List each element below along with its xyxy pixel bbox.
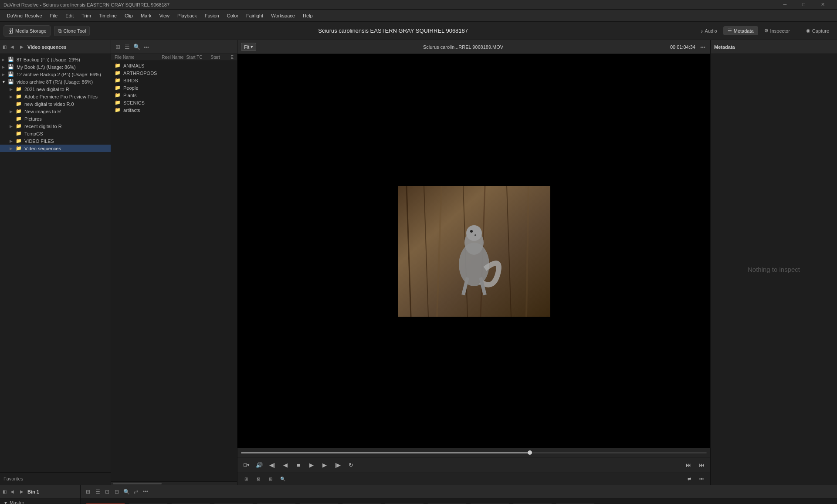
clips-grid-btn[interactable]: ⊞ <box>84 488 92 496</box>
clips-filter-btn[interactable]: ⊟ <box>113 488 121 496</box>
stop-btn[interactable]: ■ <box>293 460 304 470</box>
tree-item-folder-digital[interactable]: 📁 new digital to video R.0 <box>0 100 111 108</box>
tree-item-folder-2021[interactable]: ▶ 📁 2021 new digital to R <box>0 85 111 93</box>
clips-zoom-btn[interactable]: 🔍 <box>122 488 130 496</box>
tree-item-folder-temp[interactable]: 📁 TempGS <box>0 130 111 137</box>
volume-btn[interactable]: 🔊 <box>254 460 264 470</box>
close-btn[interactable]: ✕ <box>821 2 825 7</box>
fit-button[interactable]: Fit ▾ <box>241 43 256 51</box>
tree-item-folder-sequences[interactable]: ▶ 📁 Video sequences <box>0 145 111 152</box>
tree-item-hdd3[interactable]: ▶ 💾 12 archive Backup 2 (P:\) (Usage: 66… <box>0 71 111 78</box>
zoom-options-btn[interactable]: ⊞ <box>265 474 276 484</box>
bins-toggle-icon[interactable]: ◧ <box>3 489 7 494</box>
grid-view-btn[interactable]: ⊞ <box>114 43 122 51</box>
file-item-plants[interactable]: 📁 Plants <box>111 91 237 99</box>
go-to-end-btn[interactable]: ⏭ <box>683 460 694 470</box>
preview-filename: Sciurus carolin...RREL 9068189.MOV <box>260 44 667 50</box>
preview-video <box>237 54 710 448</box>
inspector-tab[interactable]: ⚙ Inspector <box>760 26 794 35</box>
scrollbar-thumb[interactable] <box>113 483 162 484</box>
file-item-artifacts[interactable]: 📁 artifacts <box>111 106 237 114</box>
more-btn[interactable]: ••• <box>142 43 150 51</box>
media-storage-icon: 🗄 <box>7 27 14 34</box>
file-item-arthropods[interactable]: 📁 ARTHROPODS <box>111 69 237 77</box>
file-item-scenics[interactable]: 📁 SCENICS <box>111 99 237 106</box>
tree-arrow: ▶ <box>2 58 8 62</box>
file-item-animals[interactable]: 📁 ANIMALS <box>111 62 237 69</box>
tree-item-folder-recent[interactable]: ▶ 📁 recent digital to R <box>0 122 111 130</box>
menu-mark[interactable]: Mark <box>137 12 155 20</box>
menu-file[interactable]: File <box>47 12 61 20</box>
loop-btn[interactable]: ↻ <box>346 460 356 470</box>
magnify-btn[interactable]: 🔍 <box>278 474 288 484</box>
tree-arrow: ▶ <box>10 95 16 99</box>
clips-more-btn[interactable]: ••• <box>142 488 149 496</box>
master-group[interactable]: ▼ Master <box>0 498 80 504</box>
menu-edit[interactable]: Edit <box>62 12 77 20</box>
tree-item-folder-pictures[interactable]: 📁 Pictures <box>0 115 111 122</box>
menu-color[interactable]: Color <box>224 12 242 20</box>
preview-more-btn[interactable]: ••• <box>699 43 707 51</box>
audio-tab[interactable]: ♪ Audio <box>696 27 722 35</box>
menu-timeline[interactable]: Timeline <box>95 12 120 20</box>
next-mark-btn[interactable]: |▶ <box>332 460 343 470</box>
bins-forward-btn[interactable]: ▶ <box>18 488 26 496</box>
menu-fairlight[interactable]: Fairlight <box>243 12 267 20</box>
search-btn[interactable]: 🔍 <box>133 43 141 51</box>
clip-options-btn[interactable]: ⊞ <box>241 474 251 484</box>
folder-icon: 📁 <box>115 85 121 91</box>
viewer-options-btn[interactable]: ⊡▾ <box>241 460 251 470</box>
tree-item-folder-images[interactable]: ▶ 📁 New images to R <box>0 108 111 115</box>
clone-tool-label: Clone Tool <box>64 28 86 34</box>
match-frame-btn[interactable]: ⇄ <box>684 474 695 484</box>
bins-back-btn[interactable]: ◀ <box>8 488 16 496</box>
menu-help[interactable]: Help <box>299 12 316 20</box>
preview-scrubber[interactable] <box>237 448 710 457</box>
folder-icon: 📁 <box>16 86 23 92</box>
file-scrollbar[interactable] <box>111 481 237 485</box>
menu-trim[interactable]: Trim <box>78 12 95 20</box>
col-start: Start <box>211 55 229 60</box>
capture-icon: ◉ <box>806 28 810 34</box>
panel-toggle-icon[interactable]: ◧ <box>3 44 7 49</box>
timeline-options-btn[interactable]: ⊠ <box>253 474 264 484</box>
tree-item-hdd4[interactable]: ▼ 💾 video archive 8T (R:\) (Usage: 86%) <box>0 78 111 85</box>
prev-frame-btn[interactable]: ◀ <box>280 460 291 470</box>
file-item-birds[interactable]: 📁 BIRDS <box>111 77 237 84</box>
file-item-people[interactable]: 📁 People <box>111 84 237 91</box>
fit-label: Fit <box>244 44 249 50</box>
play-btn[interactable]: ▶ <box>306 460 317 470</box>
panel-back-btn[interactable]: ◀ <box>8 43 16 51</box>
panel-forward-btn[interactable]: ▶ <box>18 43 26 51</box>
scrubber-handle[interactable] <box>528 450 532 455</box>
media-storage-btn[interactable]: 🗄 Media Storage <box>3 25 51 37</box>
folder-icon: 📁 <box>115 92 121 98</box>
tree-item-folder-video[interactable]: ▶ 📁 VIDEO FILES <box>0 137 111 145</box>
bottom-more-btn[interactable]: ••• <box>696 474 707 484</box>
clips-size-btn[interactable]: ⊡ <box>103 488 111 496</box>
next-frame-btn[interactable]: ▶ <box>319 460 330 470</box>
metadata-tab[interactable]: ☰ Metadata <box>723 26 758 35</box>
tree-item-hdd1[interactable]: ▶ 💾 8T Backup (F:\) (Usage: 29%) <box>0 56 111 63</box>
svg-point-14 <box>470 230 473 233</box>
maximize-btn[interactable]: □ <box>802 2 805 7</box>
menu-playback[interactable]: Playback <box>174 12 200 20</box>
menu-clip[interactable]: Clip <box>121 12 136 20</box>
go-to-start-btn[interactable]: ⏮ <box>696 460 707 470</box>
tree-arrow: ▶ <box>10 87 16 91</box>
capture-tab[interactable]: ◉ Capture <box>802 26 834 35</box>
prev-mark-btn[interactable]: ◀| <box>267 460 278 470</box>
file-browser-header: ⊞ ☰ 🔍 ••• <box>111 40 237 54</box>
list-view-btn[interactable]: ☰ <box>123 43 131 51</box>
menu-fusion[interactable]: Fusion <box>201 12 223 20</box>
scrubber-bar[interactable] <box>241 452 707 453</box>
menu-davinci[interactable]: DaVinci Resolve <box>3 12 46 20</box>
clone-tool-btn[interactable]: ⧉ Clone Tool <box>54 26 90 36</box>
tree-item-hdd2[interactable]: ▶ 💾 My Book (L:\) (Usage: 86%) <box>0 63 111 71</box>
minimize-btn[interactable]: ─ <box>783 2 787 7</box>
clips-list-btn[interactable]: ☰ <box>94 488 102 496</box>
menu-view[interactable]: View <box>156 12 173 20</box>
menu-workspace[interactable]: Workspace <box>268 12 298 20</box>
tree-item-folder-adobe[interactable]: ▶ 📁 Adobe Premiere Pro Preview Files <box>0 93 111 100</box>
clips-sort-btn[interactable]: ⇄ <box>132 488 140 496</box>
